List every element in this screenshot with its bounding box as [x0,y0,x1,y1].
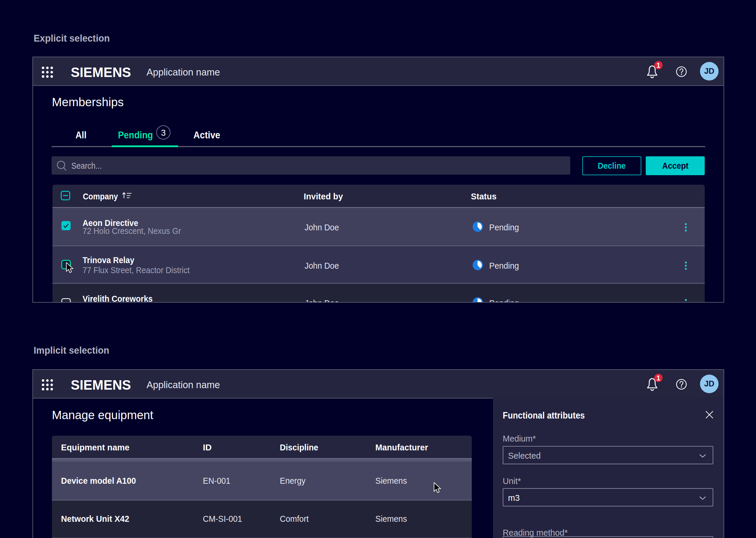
svg-text:1: 1 [657,62,661,69]
svg-text:1: 1 [657,374,661,382]
